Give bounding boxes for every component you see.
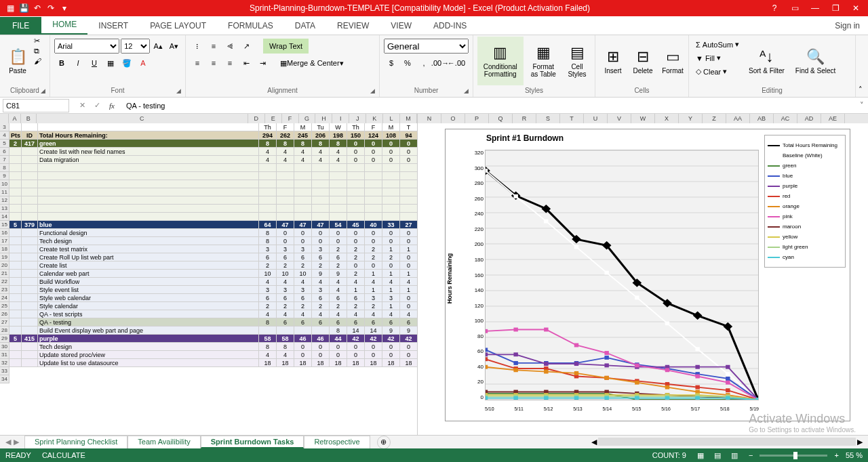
decrease-decimal-icon[interactable]: ←.00 xyxy=(449,56,464,70)
sheet-tab[interactable]: Retrospective xyxy=(304,436,370,448)
col-head-H[interactable]: H xyxy=(315,114,332,123)
col-head-L[interactable]: L xyxy=(383,114,400,123)
col-head-T[interactable]: T xyxy=(560,114,584,123)
col-head-P[interactable]: P xyxy=(465,114,489,123)
table-row[interactable] xyxy=(9,188,418,196)
row-head[interactable]: 5 xyxy=(0,140,9,148)
row-head[interactable]: 9 xyxy=(0,172,9,180)
table-row[interactable] xyxy=(9,164,418,172)
align-right-icon[interactable]: ≡ xyxy=(222,56,237,70)
increase-indent-icon[interactable]: ⇥ xyxy=(255,56,270,70)
minimize-icon[interactable]: — xyxy=(806,2,825,14)
row-head[interactable]: 20 xyxy=(0,261,9,270)
fill-color-icon[interactable]: 🪣 xyxy=(119,56,134,70)
table-row[interactable]: Data migration4444400000 xyxy=(9,156,418,164)
copy-icon[interactable]: ⧉ xyxy=(34,47,41,56)
border-icon[interactable]: ▦ xyxy=(103,56,118,70)
row-head[interactable]: 15 xyxy=(0,221,9,229)
cell-styles-button[interactable]: ▤Cell Styles xyxy=(564,37,591,85)
format-cells-button[interactable]: ▭Format xyxy=(659,37,686,85)
insert-cells-button[interactable]: ⊞Insert xyxy=(599,37,627,85)
col-head-M[interactable]: M xyxy=(400,114,417,123)
align-center-icon[interactable]: ≡ xyxy=(206,56,221,70)
row-head[interactable]: 29 xyxy=(0,335,9,343)
col-head-AD[interactable]: AD xyxy=(797,114,821,123)
col-head-R[interactable]: R xyxy=(513,114,536,123)
col-head-V[interactable]: V xyxy=(608,114,631,123)
sheet-tab[interactable]: Sprint Burndown Tasks xyxy=(201,436,304,448)
insert-function-icon[interactable]: fx xyxy=(106,100,118,112)
col-head-S[interactable]: S xyxy=(536,114,560,123)
collapse-ribbon-icon[interactable]: ˄ xyxy=(859,85,863,94)
table-row[interactable]: Style event list3333411110 xyxy=(9,286,418,294)
chart-columns-area[interactable]: NOPQRSTUVWXYZAAABACADAE Sprint #1 Burndo… xyxy=(418,114,868,435)
redo-icon[interactable]: ↷ xyxy=(45,2,57,14)
increase-decimal-icon[interactable]: .00→ xyxy=(433,56,448,70)
number-format-select[interactable]: General xyxy=(384,39,469,54)
font-color-icon[interactable]: A xyxy=(136,56,151,70)
row-head[interactable]: 24 xyxy=(0,294,9,302)
table-row[interactable] xyxy=(9,205,418,213)
row-head[interactable]: 34 xyxy=(0,375,9,383)
row-head[interactable]: 22 xyxy=(0,278,9,286)
row-head[interactable]: 12 xyxy=(0,196,9,205)
col-head-D[interactable]: D xyxy=(248,114,265,123)
col-head-A[interactable]: A xyxy=(9,114,20,123)
restore-icon[interactable]: ❐ xyxy=(826,2,845,14)
fill-button[interactable]: ▼ Fill ▾ xyxy=(693,52,742,64)
table-row[interactable]: 5415purple5858464644424242420 xyxy=(9,335,418,343)
table-row[interactable]: Style calendar2222222100 xyxy=(9,302,418,310)
row-head[interactable]: 13 xyxy=(0,205,9,213)
conditional-formatting-button[interactable]: ▥Conditional Formatting xyxy=(477,37,524,85)
row-head[interactable]: 27 xyxy=(0,318,9,327)
col-head-W[interactable]: W xyxy=(631,114,655,123)
table-row[interactable] xyxy=(9,196,418,205)
table-row[interactable]: Build Event display web part and page814… xyxy=(9,327,418,335)
col-head-AA[interactable]: AA xyxy=(726,114,750,123)
row-head[interactable]: 19 xyxy=(0,253,9,261)
col-head-B[interactable]: B xyxy=(21,114,37,123)
col-head-I[interactable]: I xyxy=(332,114,349,123)
table-row[interactable]: Create test matrix3333222110 xyxy=(9,245,418,253)
row-head[interactable]: 28 xyxy=(0,327,9,335)
sheet-nav-next-icon[interactable]: ▶ xyxy=(14,438,19,446)
table-row[interactable]: Update stored proc/view4400000000 xyxy=(9,351,418,359)
align-top-icon[interactable]: ⫶ xyxy=(190,39,205,54)
file-tab[interactable]: FILE xyxy=(0,17,41,35)
col-head-J[interactable]: J xyxy=(349,114,366,123)
sheet-nav-prev-icon[interactable]: ◀ xyxy=(5,438,11,446)
normal-view-icon[interactable]: ▦ xyxy=(693,451,708,460)
sheet-tab[interactable]: Sprint Planning Checklist xyxy=(24,436,127,448)
tab-page-layout[interactable]: PAGE LAYOUT xyxy=(139,17,217,35)
row-head[interactable]: 32 xyxy=(0,359,9,367)
row-head[interactable]: 11 xyxy=(0,188,9,196)
row-head[interactable]: 23 xyxy=(0,286,9,294)
cancel-formula-icon[interactable]: ✕ xyxy=(76,100,88,112)
tab-home[interactable]: HOME xyxy=(41,16,87,35)
save-icon[interactable]: 💾 xyxy=(18,2,30,14)
row-head[interactable]: 4 xyxy=(0,131,9,140)
col-head-Q[interactable]: Q xyxy=(489,114,513,123)
number-dialog-icon[interactable]: ◢ xyxy=(464,87,469,94)
formula-input[interactable] xyxy=(122,102,856,110)
col-head-G[interactable]: G xyxy=(299,114,316,123)
table-row[interactable]: QA - test scripts4444444440 xyxy=(9,310,418,318)
undo-icon[interactable]: ↶ xyxy=(31,2,43,14)
col-head-AC[interactable]: AC xyxy=(774,114,797,123)
align-left-icon[interactable]: ≡ xyxy=(190,56,205,70)
wrap-text-button[interactable]: Wrap Text xyxy=(263,39,309,54)
clipboard-dialog-icon[interactable]: ◢ xyxy=(41,87,45,94)
merge-center-button[interactable]: ▦ Merge & Center ▾ xyxy=(275,56,349,70)
format-painter-icon[interactable]: 🖌 xyxy=(34,57,41,65)
paste-button[interactable]: 📋Paste xyxy=(4,37,31,85)
autosum-button[interactable]: Σ AutoSum ▾ xyxy=(693,39,742,50)
table-row[interactable]: 2417green8888800000 xyxy=(9,140,418,148)
tab-insert[interactable]: INSERT xyxy=(87,17,139,35)
col-head-Z[interactable]: Z xyxy=(703,114,726,123)
grid[interactable]: ABCDEFGHIJKLM 34567891011121314151617181… xyxy=(0,114,418,435)
ribbon-options-icon[interactable]: ▭ xyxy=(785,2,804,14)
table-row[interactable]: Style web calendar6666663300 xyxy=(9,294,418,302)
clear-button[interactable]: ◇ Clear ▾ xyxy=(693,66,742,77)
zoom-out-icon[interactable]: − xyxy=(749,451,753,459)
table-row[interactable] xyxy=(9,180,418,188)
